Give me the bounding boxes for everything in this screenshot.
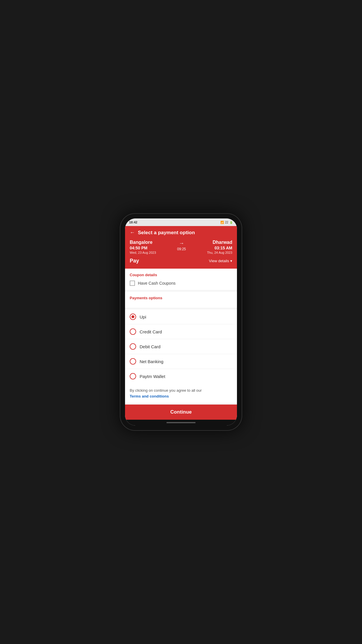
radio-net-banking (130, 358, 136, 365)
paytm-label: Paytm Wallet (140, 374, 165, 379)
payment-option-upi[interactable]: Upi (125, 309, 237, 324)
journey-middle: → 09:25 (177, 240, 186, 251)
phone-screen: 18:42 📶 22 🔋 ← Select a payment option B… (125, 218, 237, 426)
pay-row: Pay View details ▾ (130, 258, 232, 264)
upi-label: Upi (140, 314, 146, 319)
origin-date: Wed, 23 Aug 2023 (130, 251, 156, 254)
back-button[interactable]: ← (130, 230, 135, 236)
origin-time: 04:50 PM (130, 246, 156, 250)
terms-text: By clicking on continue you agree to all… (130, 388, 232, 399)
destination-date: Thu, 24 Aug 2023 (207, 251, 232, 254)
terms-section: By clicking on continue you agree to all… (125, 384, 237, 403)
payment-option-credit-card[interactable]: Credit Card (125, 324, 237, 339)
cash-coupon-checkbox[interactable] (130, 281, 135, 286)
payment-option-paytm[interactable]: Paytm Wallet (125, 369, 237, 384)
debit-card-label: Debit Card (140, 344, 161, 349)
coupon-row[interactable]: Have Cash Coupons (130, 281, 232, 286)
home-bar (166, 422, 196, 423)
origin-block: Bangalore 04:50 PM Wed, 23 Aug 2023 (130, 240, 156, 254)
terms-link[interactable]: Terms and conditions (130, 394, 169, 398)
net-banking-label: Net Banking (140, 359, 164, 364)
radio-credit-card (130, 328, 136, 335)
journey-info: Bangalore 04:50 PM Wed, 23 Aug 2023 → 09… (130, 240, 232, 254)
arrow-icon: → (179, 240, 184, 246)
payment-option-debit-card[interactable]: Debit Card (125, 339, 237, 354)
coupon-section: Coupon details Have Cash Coupons (125, 269, 237, 290)
view-details-button[interactable]: View details ▾ (209, 259, 232, 263)
network-icon: 📶 (220, 221, 224, 224)
chevron-down-icon: ▾ (230, 259, 232, 263)
payment-option-net-banking[interactable]: Net Banking (125, 354, 237, 369)
phone-frame: 18:42 📶 22 🔋 ← Select a payment option B… (120, 213, 242, 431)
status-bar: 18:42 📶 22 🔋 (125, 218, 237, 226)
destination-block: Dharwad 03:15 AM Thu, 24 Aug 2023 (207, 240, 232, 254)
status-time: 18:42 (129, 220, 137, 224)
radio-paytm (130, 373, 136, 379)
coupon-section-title: Coupon details (130, 273, 232, 277)
continue-button[interactable]: Continue (125, 405, 237, 420)
payment-section-title: Payments options (130, 296, 232, 300)
duration: 09:25 (177, 247, 186, 251)
status-icons: 📶 22 🔋 (220, 221, 233, 224)
battery-icon: 🔋 (229, 221, 233, 224)
content-area: Coupon details Have Cash Coupons Payment… (125, 269, 237, 405)
home-indicator (125, 420, 237, 426)
credit-card-label: Credit Card (140, 329, 162, 334)
cash-coupon-label: Have Cash Coupons (138, 281, 175, 286)
pay-label: Pay (130, 258, 139, 264)
battery-label: 22 (225, 221, 228, 224)
radio-upi-fill (131, 315, 134, 318)
origin-city: Bangalore (130, 240, 156, 245)
destination-time: 03:15 AM (207, 246, 232, 250)
payment-section: Payments options (125, 292, 237, 308)
header-nav: ← Select a payment option (130, 230, 232, 236)
terms-pre-text: By clicking on continue you agree to all… (130, 388, 202, 393)
radio-upi (130, 314, 136, 320)
radio-debit-card (130, 343, 136, 350)
page-title: Select a payment option (138, 230, 195, 236)
header: ← Select a payment option Bangalore 04:5… (125, 226, 237, 269)
destination-city: Dharwad (207, 240, 232, 245)
view-details-text: View details (209, 259, 229, 263)
